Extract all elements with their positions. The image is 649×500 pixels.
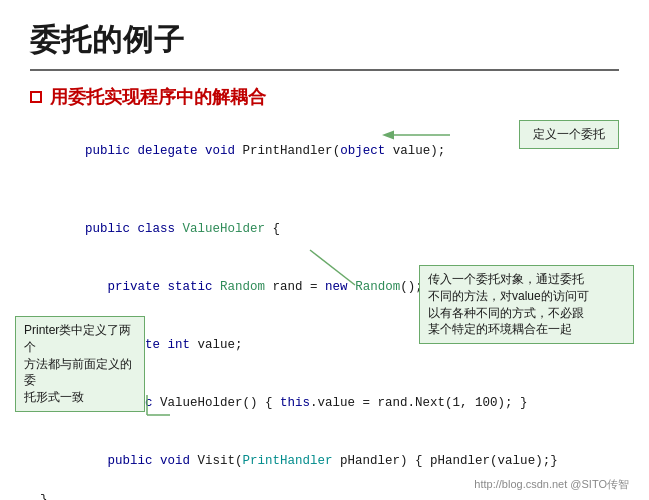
bottom-url: http://blog.csdn.net @SITO传智 <box>474 477 629 492</box>
slide-title: 委托的例子 <box>30 20 619 61</box>
subtitle-icon <box>30 91 42 103</box>
subtitle-text: 用委托实现程序中的解耦合 <box>50 85 266 109</box>
annotation-printer-methods: Printer类中定义了两个 方法都与前面定义的委 托形式一致 <box>15 316 145 412</box>
annotation-delegate-usage: 传入一个委托对象，通过委托 不同的方法，对value的访问可 以有各种不同的方式… <box>419 265 634 344</box>
code-line-close1: } <box>40 491 619 500</box>
slide: 委托的例子 用委托实现程序中的解耦合 public delegate void … <box>0 0 649 500</box>
code-line-class-vh: public class ValueHolder { <box>40 201 619 259</box>
annotation-define-delegate: 定义一个委托 <box>519 120 619 149</box>
subtitle-row: 用委托实现程序中的解耦合 <box>30 85 619 109</box>
code-line-blank <box>40 181 619 200</box>
divider <box>30 69 619 71</box>
